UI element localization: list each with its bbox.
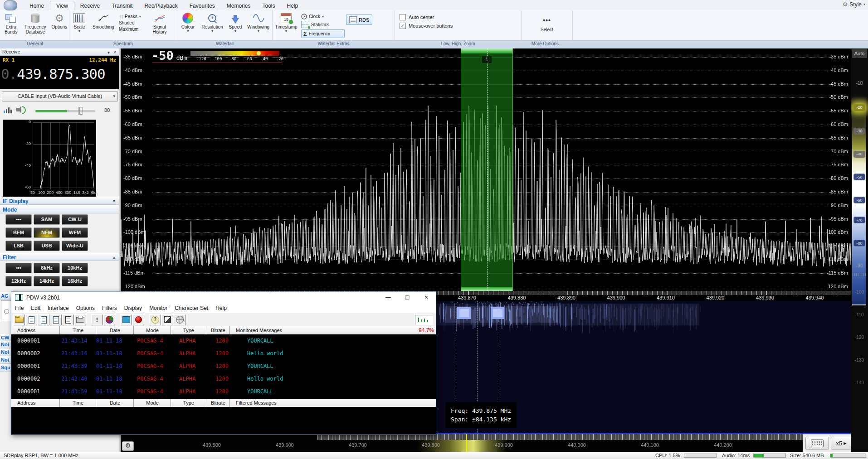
menu-character-set[interactable]: Character Set (171, 305, 212, 311)
auto-center-checkbox[interactable]: Auto center (400, 14, 521, 20)
column-header-type[interactable]: Type (171, 326, 206, 334)
mode-button-cw-u[interactable]: CW-U (62, 214, 88, 225)
if-display-section-header[interactable]: IF Display ▾ (0, 197, 119, 205)
copy-page-button[interactable] (25, 314, 37, 325)
filter-button-more[interactable]: ••• (5, 263, 32, 273)
open-folder-button[interactable] (13, 314, 25, 325)
maximum-button[interactable]: Maximum (119, 27, 147, 32)
extra-bands-button[interactable]: Extra Bands (2, 12, 20, 34)
column-header-mode[interactable]: Mode (134, 399, 171, 407)
agc-radio-fragment[interactable] (1, 300, 12, 321)
tab-help[interactable]: Help (281, 1, 304, 10)
mode-button-bfm[interactable]: BFM (5, 227, 32, 238)
peaks-button[interactable]: ↑↑ Peaks ▾ (119, 14, 147, 19)
close-button[interactable]: × (417, 292, 436, 303)
tab-transmit[interactable]: Transmit (106, 1, 138, 10)
menu-display[interactable]: Display (121, 305, 146, 311)
mode-section-header[interactable]: Mode (0, 205, 119, 213)
signal-history-button[interactable]: Signal History (149, 12, 170, 34)
options-button[interactable]: ⚙ Options (51, 12, 68, 29)
collapse-icon[interactable]: ▾ (107, 49, 110, 56)
tab-view[interactable]: View (50, 1, 74, 10)
select-button[interactable]: ••• Select (535, 12, 559, 32)
scale-handle-20[interactable]: -20 (853, 104, 865, 111)
column-header-monitored-messages[interactable]: Monitored Messages (230, 326, 436, 334)
globe-button[interactable] (174, 314, 185, 325)
mouse-over-buttons-checkbox[interactable]: ✓ Mouse-over buttons (400, 23, 521, 29)
column-header-time[interactable]: Time (60, 326, 96, 334)
frequency-database-button[interactable]: Frequency Database (22, 12, 49, 34)
pdw-window[interactable]: PDW v3.2b01 — □ × FileEditInterfaceOptio… (11, 291, 436, 435)
smoothing-button[interactable]: Smoothing (90, 12, 117, 29)
message-row[interactable]: 000000221:43:4001-11-18POCSAG-4ALPHA1200… (11, 372, 436, 385)
zoom-level-button[interactable]: x5 ▶ (831, 437, 852, 449)
tab-home[interactable]: Home (24, 1, 50, 10)
mode-button-usb[interactable]: USB (34, 241, 60, 251)
filter-button-14khz[interactable]: 14kHz (34, 276, 60, 286)
rx-marker-badge[interactable]: 1 (482, 56, 492, 63)
volume-slider[interactable] (35, 110, 95, 112)
app-menu-button[interactable] (4, 0, 17, 10)
copy-page-2-button[interactable] (38, 314, 49, 325)
mode-button-lsb[interactable]: LSB (5, 241, 32, 251)
mode-button-nfm[interactable]: NFM (34, 227, 60, 238)
scale-button[interactable]: Scale ▾ (70, 12, 88, 33)
filter-button-8khz[interactable]: 8kHz (34, 263, 60, 273)
copy-page-3-button[interactable] (50, 314, 62, 325)
message-row[interactable]: 000000121:43:3901-11-18POCSAG-4ALPHA1200… (11, 360, 436, 372)
resolution-button[interactable]: + Resolution ▾ (200, 12, 225, 33)
speed-button[interactable]: Speed ▾ (227, 12, 244, 33)
column-header-date[interactable]: Date (96, 399, 134, 407)
scale-handle-60[interactable]: -60 (853, 197, 865, 203)
column-header-bitrate[interactable]: Bitrate (206, 326, 230, 334)
shaded-button[interactable]: Shaded (119, 20, 147, 25)
audio-device-dropdown[interactable]: CABLE Input (VB-Audio Virtual Cable) ▾ (2, 91, 118, 101)
menu-edit[interactable]: Edit (27, 305, 44, 311)
filter-section-header[interactable]: Filter ▴ (0, 253, 119, 261)
tab-favourites[interactable]: Favourites (184, 1, 221, 10)
column-header-type[interactable]: Type (171, 399, 206, 407)
column-header-date[interactable]: Date (96, 326, 134, 334)
band-power-button[interactable] (122, 441, 134, 451)
scale-handle-40[interactable]: -40 (853, 151, 865, 158)
mode-button-sam[interactable]: SAM (34, 214, 60, 225)
keyboard-entry-button[interactable] (805, 437, 829, 449)
column-header-time[interactable]: Time (60, 399, 96, 407)
statistics-button[interactable]: Statistics (301, 21, 345, 28)
scale-handle-80[interactable]: -80 (853, 240, 865, 246)
close-icon[interactable]: × (113, 49, 116, 56)
alert-button[interactable]: ! (91, 314, 103, 325)
scale-handle-50[interactable]: -50 (853, 174, 865, 180)
scale-handle-70[interactable]: -70 (853, 217, 865, 223)
tuned-frequency[interactable]: 0.439.875.300 (1, 66, 105, 82)
filter-button-16khz[interactable]: 16kHz (62, 276, 88, 286)
minimize-button[interactable]: — (379, 292, 398, 303)
monitor-grid-button[interactable] (120, 314, 132, 325)
equalizer-icon[interactable] (4, 107, 12, 113)
scale-handle-30[interactable]: -30 (853, 128, 865, 135)
tab-rec-playback[interactable]: Rec/Playback (138, 1, 183, 10)
menu-file[interactable]: File (11, 305, 27, 311)
clock-button[interactable]: Clock ▾ (301, 14, 345, 19)
receive-panel-header[interactable]: Receive ▾ × (0, 48, 119, 56)
invert-box-button[interactable] (161, 314, 173, 325)
pdw-title-bar[interactable]: PDW v3.2b01 — □ × (11, 292, 436, 303)
record-button[interactable] (132, 314, 144, 325)
windowing-button[interactable]: Windowing ▾ (245, 12, 271, 33)
column-header-bitrate[interactable]: Bitrate (206, 399, 230, 407)
rx-frequency-display[interactable]: RX 1 12,244 Hz 0.439.875.300 (0, 56, 119, 89)
message-row[interactable]: 000000121:43:5901-11-18POCSAG-4ALPHA1200… (11, 385, 436, 398)
column-header-address[interactable]: Address (11, 326, 60, 334)
menu-options[interactable]: Options (73, 305, 98, 311)
frequency-button[interactable]: Σ Frequency (301, 29, 345, 38)
maximize-button[interactable]: □ (398, 292, 417, 303)
style-button[interactable]: ⚙ Style ▾ (843, 1, 865, 8)
tuning-selection-box[interactable]: 1 (461, 48, 513, 291)
menu-monitor[interactable]: Monitor (146, 305, 171, 311)
mode-button-wfm[interactable]: WFM (62, 227, 88, 238)
menu-interface[interactable]: Interface (44, 305, 73, 311)
menu-filters[interactable]: Filters (98, 305, 121, 311)
help-balloon-button[interactable]: ? (149, 314, 161, 325)
message-row[interactable]: 000000221:43:1601-11-18POCSAG-4ALPHA1200… (11, 347, 436, 360)
spectrum-display[interactable]: 1 -50dBm -35 dBm-35 dBm-40 dBm-40 dBm-45… (121, 48, 851, 291)
